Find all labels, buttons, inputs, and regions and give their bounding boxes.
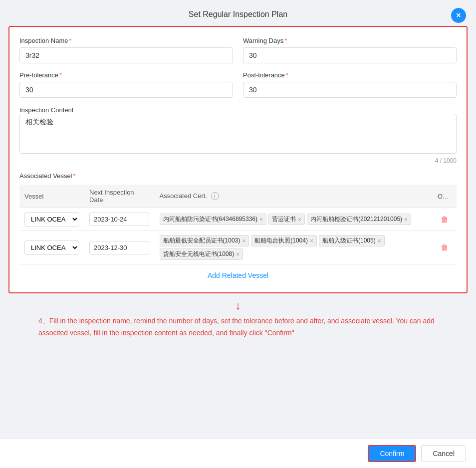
cert-tag: 营运证书×	[268, 214, 305, 225]
cert-tag-close-icon[interactable]: ×	[259, 217, 263, 223]
warning-days-group: Warning Days*	[243, 37, 457, 63]
cert-tag: 船舶电台执照(1004)×	[251, 235, 317, 246]
warning-days-label: Warning Days*	[243, 37, 457, 44]
delete-row-button[interactable]: 🗑	[438, 214, 452, 225]
inspection-name-input[interactable]	[19, 47, 233, 63]
vessel-select[interactable]: LINK OCEA	[24, 240, 79, 255]
op-cell: 🗑	[433, 231, 457, 264]
cert-tag-close-icon[interactable]: ×	[242, 238, 245, 244]
cert-cell: 船舶最低安全配员证书(1003)×船舶电台执照(1004)×船舶入级证书(100…	[155, 231, 433, 264]
vessel-table: Vessel Next Inspection Date Associated C…	[19, 185, 457, 264]
cert-cell: 内河船舶防污染证书(64346895336)×营运证书×内河船舶检验证书(202…	[155, 208, 433, 231]
pre-tolerance-group: Pre-tolerance*	[19, 71, 233, 98]
inspection-content-textarea[interactable]: 相关检验	[19, 114, 457, 154]
instruction-text: 4、Fill in the inspection name, remind th…	[23, 315, 453, 339]
inspection-content-group: Inspection Content 相关检验 4 / 1000	[19, 106, 457, 164]
pre-tolerance-label: Pre-tolerance*	[19, 71, 233, 79]
post-tolerance-input[interactable]	[243, 82, 457, 98]
cert-col-header: Associated Cert. i	[155, 185, 433, 208]
delete-row-button[interactable]: 🗑	[438, 242, 452, 253]
date-col-header: Next Inspection Date	[84, 185, 155, 208]
cert-tag: 货船安全无线电证书(1008)×	[160, 248, 243, 260]
add-related-vessel-button[interactable]: Add Related Vessel	[208, 271, 268, 279]
post-tolerance-label: Post-tolerance*	[243, 71, 457, 79]
vessel-cell: LINK OCEA	[19, 231, 84, 264]
date-cell	[84, 208, 155, 231]
op-cell: 🗑	[433, 208, 457, 231]
associated-vessel-label: Associated Vessel*	[19, 172, 457, 180]
down-arrow-icon: ↓	[236, 299, 241, 312]
cert-tag-close-icon[interactable]: ×	[404, 217, 408, 223]
dialog-title: Set Regular Inspection Plan	[189, 10, 287, 19]
footer: Confirm Cancel	[0, 439, 476, 468]
post-tolerance-group: Post-tolerance*	[243, 71, 457, 98]
table-header-row: Vessel Next Inspection Date Associated C…	[19, 185, 457, 208]
cert-tag: 内河船舶检验证书(202121201005)×	[307, 214, 411, 225]
date-input[interactable]	[89, 213, 149, 226]
cert-tag-close-icon[interactable]: ×	[310, 238, 313, 244]
pre-tolerance-input[interactable]	[19, 82, 233, 98]
vessel-cell: LINK OCEA	[19, 208, 84, 231]
table-row: LINK OCEA船舶最低安全配员证书(1003)×船舶电台执照(1004)×船…	[19, 231, 457, 264]
date-cell	[84, 231, 155, 264]
cert-tag-close-icon[interactable]: ×	[298, 217, 301, 223]
add-vessel-row: Add Related Vessel	[19, 264, 457, 282]
vessel-col-header: Vessel	[19, 185, 84, 208]
cert-tag-close-icon[interactable]: ×	[378, 238, 381, 244]
inspection-name-label: Inspection Name*	[19, 37, 233, 44]
table-row: LINK OCEA内河船舶防污染证书(64346895336)×营运证书×内河船…	[19, 208, 457, 231]
form-row-2: Pre-tolerance* Post-tolerance*	[19, 71, 457, 98]
dialog-body: Inspection Name* Warning Days* Pre-toler…	[8, 26, 468, 293]
warning-days-input[interactable]	[243, 47, 457, 63]
arrow-section: ↓	[236, 293, 241, 315]
date-input[interactable]	[89, 241, 149, 254]
cert-tag: 船舶入级证书(1005)×	[319, 235, 385, 246]
vessel-select[interactable]: LINK OCEA	[24, 212, 79, 227]
cert-tag: 内河船舶防污染证书(64346895336)×	[160, 214, 266, 225]
dialog-header: Set Regular Inspection Plan ×	[0, 5, 476, 26]
form-row-1: Inspection Name* Warning Days*	[19, 37, 457, 63]
associated-vessel-section: Associated Vessel* Vessel Next Inspectio…	[19, 172, 457, 282]
char-count: 4 / 1000	[19, 157, 457, 164]
confirm-button[interactable]: Confirm	[368, 445, 416, 462]
cert-tag-close-icon[interactable]: ×	[236, 251, 239, 257]
inspection-name-group: Inspection Name*	[19, 37, 233, 63]
close-button[interactable]: ×	[451, 8, 466, 23]
inspection-content-label: Inspection Content	[19, 106, 73, 114]
cancel-button[interactable]: Cancel	[421, 445, 466, 462]
info-icon[interactable]: i	[211, 192, 219, 200]
cert-tag: 船舶最低安全配员证书(1003)×	[160, 235, 249, 246]
op-col-header: Op...	[433, 185, 457, 208]
